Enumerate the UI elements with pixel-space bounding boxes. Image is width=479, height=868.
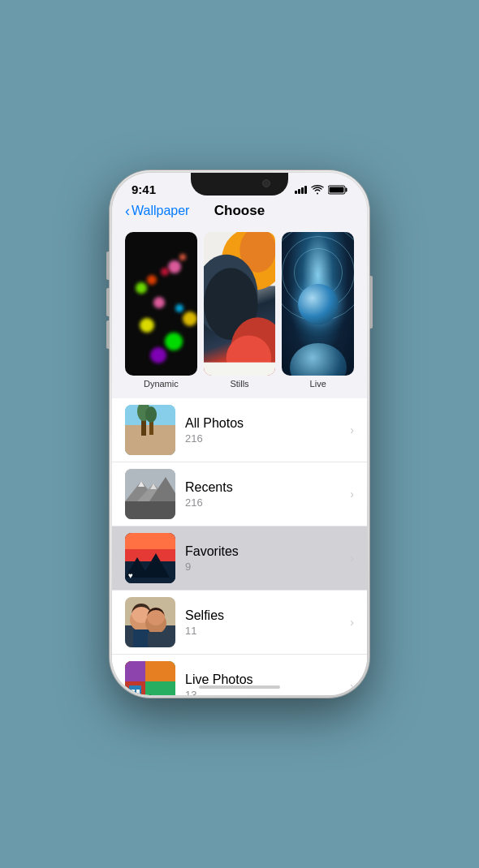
signal-icon — [295, 186, 307, 194]
status-time: 9:41 — [132, 183, 156, 196]
all-photos-thumbnail — [125, 405, 175, 455]
selfies-thumbnail — [125, 597, 175, 647]
wallpaper-category-stills[interactable]: Stills — [204, 232, 276, 389]
favorites-count: 9 — [185, 561, 343, 573]
live-thumbnail — [282, 232, 354, 376]
navigation-bar: ‹ Wallpaper Choose — [112, 200, 367, 226]
live-photos-chevron-icon: › — [350, 680, 354, 693]
dynamic-label: Dynamic — [144, 379, 179, 389]
svg-point-16 — [145, 406, 157, 423]
wallpaper-category-dynamic[interactable]: Dynamic — [125, 232, 197, 389]
live-label: Live — [310, 379, 326, 389]
phone-screen: 9:41 — [112, 173, 367, 695]
heart-icon: ♥ — [128, 571, 133, 580]
recents-chevron-icon: › — [350, 488, 354, 501]
live-photos-info: Live Photos 13 — [185, 672, 343, 695]
selfies-count: 11 — [185, 625, 343, 637]
svg-rect-18 — [125, 501, 175, 519]
front-camera — [262, 179, 270, 187]
back-button[interactable]: ‹ Wallpaper — [125, 203, 189, 220]
battery-icon — [328, 185, 347, 195]
recents-title: Recents — [185, 480, 343, 495]
list-item[interactable]: All Photos 216 › — [112, 398, 367, 462]
live-photos-thumbnail — [125, 661, 175, 695]
all-photos-count: 216 — [185, 432, 343, 445]
svg-rect-43 — [132, 690, 135, 694]
phone-device: 9:41 — [110, 170, 369, 698]
recents-count: 216 — [185, 496, 343, 509]
back-chevron-icon: ‹ — [125, 203, 130, 220]
list-item[interactable]: Recents 216 › — [112, 462, 367, 526]
dynamic-thumbnail — [125, 232, 197, 376]
stills-label: Stills — [230, 379, 248, 389]
selfies-info: Selfies 11 — [185, 608, 343, 637]
favorites-info: Favorites 9 — [185, 544, 343, 573]
status-icons — [295, 185, 347, 195]
all-photos-info: All Photos 216 — [185, 416, 343, 445]
selfies-title: Selfies — [185, 608, 343, 623]
recents-info: Recents 216 — [185, 480, 343, 509]
wifi-icon — [311, 185, 324, 195]
recents-thumbnail — [125, 469, 175, 519]
list-item[interactable]: ♥ Favorites 9 › — [112, 526, 367, 591]
back-label: Wallpaper — [132, 204, 189, 218]
svg-rect-41 — [125, 661, 145, 681]
favorites-chevron-icon: › — [350, 552, 354, 565]
svg-rect-1 — [346, 187, 347, 191]
all-photos-chevron-icon: › — [350, 423, 354, 436]
live-photos-count: 13 — [185, 689, 343, 695]
page-title: Choose — [214, 203, 265, 219]
svg-rect-44 — [136, 690, 140, 694]
home-indicator — [199, 685, 280, 689]
svg-rect-2 — [330, 187, 344, 192]
all-photos-title: All Photos — [185, 416, 343, 431]
svg-rect-10 — [204, 363, 276, 376]
wallpaper-category-live[interactable]: Live — [282, 232, 354, 389]
list-item[interactable]: Selfies 11 › — [112, 591, 367, 655]
favorites-thumbnail: ♥ — [125, 533, 175, 583]
svg-rect-37 — [148, 632, 162, 647]
photo-albums-list: All Photos 216 › — [112, 398, 367, 695]
wallpaper-categories: Dynamic — [112, 226, 367, 398]
notch — [191, 173, 288, 196]
svg-rect-26 — [125, 549, 175, 561]
svg-rect-36 — [133, 630, 149, 647]
screen-content: 9:41 — [112, 173, 367, 695]
stills-thumbnail — [204, 232, 276, 376]
list-item[interactable]: Live Photos 13 › — [112, 655, 367, 695]
selfies-chevron-icon: › — [350, 616, 354, 629]
favorites-title: Favorites — [185, 544, 343, 559]
